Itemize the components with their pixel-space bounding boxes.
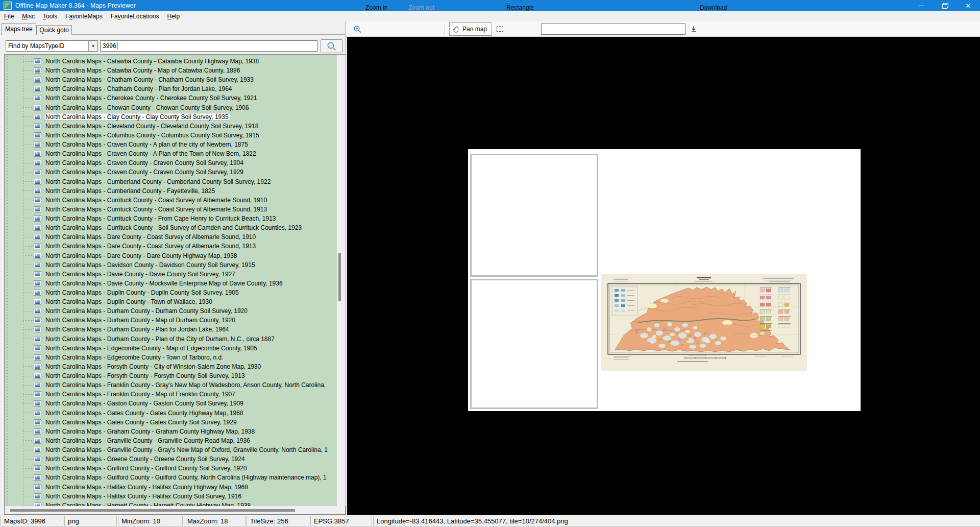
map-item-icon (34, 502, 41, 506)
tree-connector (23, 172, 34, 173)
tree-item[interactable]: North Carolina Maps - Halifax County - H… (5, 492, 337, 501)
tab-quick-goto[interactable]: Quick goto (36, 25, 72, 35)
close-button[interactable]: ✕ (957, 0, 980, 11)
tree-item[interactable]: North Carolina Maps - Edgecombe County -… (5, 344, 337, 353)
map-viewport[interactable] (347, 37, 980, 515)
zoom-in-button[interactable]: Zoom in (365, 0, 387, 15)
tree-item-label: North Carolina Maps - Chatham County - P… (44, 85, 234, 93)
tree-item[interactable]: North Carolina Maps - Guilford County - … (5, 473, 337, 482)
tree-item[interactable]: North Carolina Maps - Craven County - A … (5, 149, 337, 158)
tree-item[interactable]: North Carolina Maps - Forsyth County - C… (5, 362, 337, 371)
tree-item[interactable]: North Carolina Maps - Davidson County - … (5, 260, 337, 270)
tree-item[interactable]: North Carolina Maps - Dare County - Dare… (5, 251, 337, 260)
tree-item[interactable]: North Carolina Maps - Guilford County - … (5, 464, 337, 473)
tree-item[interactable]: North Carolina Maps - Chowan County - Ch… (5, 103, 337, 112)
map-item-icon (34, 169, 41, 175)
search-input[interactable]: 3996 (100, 40, 317, 52)
map-item-icon (34, 410, 41, 416)
tree-item-label: North Carolina Maps - Edgecombe County -… (44, 353, 225, 362)
tree-item[interactable]: North Carolina Maps - Duplin County - Du… (5, 288, 337, 297)
tree-item[interactable]: North Carolina Maps - Durham County - Pl… (5, 334, 337, 344)
find-by-dropdown[interactable]: Find by MapsTypeID ▼ (6, 40, 98, 52)
tree-item[interactable]: North Carolina Maps - Chatham County - P… (5, 84, 337, 93)
tree-connector (23, 274, 34, 274)
tree-item[interactable]: North Carolina Maps - Columbus County - … (5, 131, 337, 140)
tree-horizontal-scrollbar-thumb[interactable] (10, 509, 295, 512)
tree-item[interactable]: North Carolina Maps - Granville County -… (5, 436, 337, 445)
minimize-button[interactable] (910, 0, 933, 11)
tree-item[interactable]: North Carolina Maps - Durham County - Du… (5, 306, 337, 316)
tree-item[interactable]: North Carolina Maps - Currituck County -… (5, 223, 337, 232)
maximize-button[interactable] (933, 0, 957, 11)
menu-file[interactable]: File (0, 12, 18, 21)
map-item-icon (34, 105, 41, 111)
map-tile-placeholder (470, 154, 598, 277)
tree-item[interactable]: North Carolina Maps - Davie County - Dav… (5, 270, 337, 279)
tree-connector (23, 496, 34, 496)
toolbar-text-input[interactable] (541, 23, 685, 35)
tree-item[interactable]: North Carolina Maps - Cumberland County … (5, 186, 337, 196)
tree-connector (23, 302, 34, 302)
tree-item[interactable]: North Carolina Maps - Forsyth County - F… (5, 371, 337, 380)
tree-item[interactable]: North Carolina Maps - Craven County - A … (5, 140, 337, 149)
tree-item[interactable]: North Carolina Maps - Gates County - Gat… (5, 409, 337, 418)
tree-item[interactable]: North Carolina Maps - Edgecombe County -… (5, 353, 337, 362)
download-button[interactable]: Download (700, 0, 727, 15)
tree-item[interactable]: North Carolina Maps - Franklin County - … (5, 390, 337, 399)
tree-item[interactable]: North Carolina Maps - Gaston County - Ga… (5, 399, 337, 408)
menu-misc[interactable]: Misc (18, 12, 39, 21)
menu-favoritelocations[interactable]: FavoriteLocations (107, 12, 163, 21)
tree-item[interactable]: North Carolina Maps - Franklin County - … (5, 380, 337, 390)
tree-item[interactable]: North Carolina Maps - Duplin County - To… (5, 297, 337, 306)
maps-tree-list[interactable]: North Carolina Maps - Catawba County - C… (5, 55, 337, 506)
tree-item[interactable]: North Carolina Maps - Halifax County - H… (5, 483, 337, 492)
tree-item[interactable]: North Carolina Maps - Currituck County -… (5, 196, 337, 205)
tree-item[interactable]: North Carolina Maps - Cleveland County -… (5, 122, 337, 131)
search-button[interactable] (321, 39, 342, 53)
tree-item-label: North Carolina Maps - Craven County - Cr… (44, 168, 245, 176)
tree-item[interactable]: North Carolina Maps - Chatham County - C… (5, 75, 337, 84)
tree-item-label: North Carolina Maps - Craven County - Cr… (44, 159, 245, 167)
panel-splitter[interactable] (346, 21, 346, 515)
tree-item[interactable]: North Carolina Maps - Craven County - Cr… (5, 167, 337, 177)
menu-help[interactable]: Help (163, 12, 184, 21)
tree-item[interactable]: North Carolina Maps - Granville County -… (5, 445, 337, 454)
tree-item[interactable]: North Carolina Maps - Dare County - Coas… (5, 232, 337, 242)
tree-item[interactable]: North Carolina Maps - Harnett County - H… (5, 501, 337, 506)
tree-item[interactable]: North Carolina Maps - Durham County - Pl… (5, 325, 337, 334)
tree-connector (23, 348, 34, 348)
rectangle-button[interactable]: Rectangle (506, 0, 534, 15)
tree-connector (23, 135, 34, 135)
search-icon (327, 41, 336, 51)
tree-item[interactable]: North Carolina Maps - Cherokee County - … (5, 93, 337, 103)
pan-map-button[interactable]: Pan map (449, 22, 492, 36)
tree-item[interactable]: North Carolina Maps - Gates County - Gat… (5, 418, 337, 427)
menu-favoritemaps[interactable]: FavoriteMaps (61, 12, 107, 21)
app-icon (4, 2, 12, 10)
tree-connector (23, 468, 34, 469)
tree-item-label: North Carolina Maps - Halifax County - H… (44, 483, 250, 491)
tree-connector (23, 357, 34, 357)
tree-item-label: North Carolina Maps - Guilford County - … (44, 473, 328, 482)
tree-item[interactable]: North Carolina Maps - Craven County - Cr… (5, 158, 337, 167)
tree-item[interactable]: North Carolina Maps - Graham County - Gr… (5, 427, 337, 436)
tree-item[interactable]: North Carolina Maps - Davie County - Moc… (5, 279, 337, 288)
tree-item[interactable]: North Carolina Maps - Durham County - Ma… (5, 316, 337, 325)
tree-item-label: North Carolina Maps - Cherokee County - … (44, 94, 259, 102)
tree-connector (23, 413, 34, 413)
map-item-icon (34, 354, 41, 361)
map-item-icon (34, 160, 41, 166)
menu-tools[interactable]: Tools (39, 12, 61, 21)
tree-item[interactable]: North Carolina Maps - Currituck County -… (5, 205, 337, 214)
tree-connector (23, 255, 34, 256)
tree-item[interactable]: North Carolina Maps - Catawba County - C… (5, 57, 337, 66)
tab-maps-tree[interactable]: Maps tree (2, 23, 36, 35)
chevron-down-icon[interactable]: ▼ (88, 41, 97, 51)
tree-vertical-scrollbar-thumb[interactable] (338, 253, 341, 301)
tree-item[interactable]: North Carolina Maps - Catawba County - M… (5, 66, 337, 75)
tree-item[interactable]: North Carolina Maps - Dare County - Coas… (5, 242, 337, 251)
tree-item[interactable]: North Carolina Maps - Currituck County -… (5, 214, 337, 223)
tree-item[interactable]: North Carolina Maps - Greene County - Gr… (5, 454, 337, 464)
tree-item[interactable]: North Carolina Maps - Cumberland County … (5, 177, 337, 186)
tree-item[interactable]: North Carolina Maps - Clay County - Clay… (5, 112, 337, 122)
